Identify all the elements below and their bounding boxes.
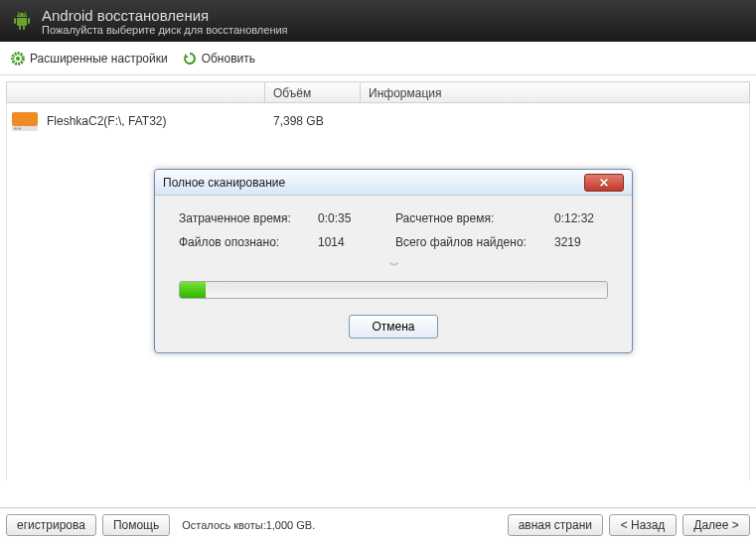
quota-text: Осталось квоты:1,000 GB. (182, 519, 315, 531)
advanced-settings-label: Расширенные настройки (30, 52, 168, 66)
gear-icon (10, 51, 26, 67)
svg-rect-11 (12, 112, 38, 126)
estimated-label: Расчетное время: (395, 211, 554, 225)
app-header: Android восстановления Пожалуйста выбери… (0, 0, 756, 42)
close-button[interactable] (584, 174, 624, 192)
elapsed-label: Затраченное время: (179, 211, 318, 225)
app-subtitle: Пожалуйста выберите диск для восстановле… (42, 24, 288, 36)
svg-rect-0 (17, 18, 27, 26)
advanced-settings-button[interactable]: Расширенные настройки (10, 51, 168, 67)
column-name[interactable] (7, 82, 265, 102)
dialog-titlebar[interactable]: Полное сканирование (155, 170, 632, 196)
estimated-value: 0:12:32 (554, 211, 614, 225)
svg-point-10 (16, 57, 20, 61)
svg-rect-13 (14, 128, 17, 130)
dialog-title: Полное сканирование (163, 176, 584, 190)
column-volume[interactable]: Объём (265, 82, 361, 102)
home-button[interactable]: авная страни (508, 514, 603, 536)
refresh-label: Обновить (202, 52, 255, 66)
svg-rect-2 (28, 18, 30, 24)
refresh-icon (182, 51, 198, 67)
recognized-label: Файлов опознано: (179, 235, 318, 249)
app-title: Android восстановления (42, 7, 288, 24)
drive-icon (11, 110, 39, 132)
close-icon (598, 178, 610, 188)
drive-list-header: Объём Информация (6, 81, 750, 103)
progress-fill (180, 282, 206, 298)
svg-rect-3 (19, 26, 21, 30)
svg-point-8 (23, 14, 24, 15)
cancel-button[interactable]: Отмена (349, 315, 437, 338)
help-button[interactable]: Помощь (102, 514, 170, 536)
back-button[interactable]: < Назад (609, 514, 677, 536)
next-button[interactable]: Далее > (682, 514, 750, 536)
svg-rect-14 (18, 128, 21, 130)
drive-row[interactable]: FleshkaC2(F:\, FAT32) 7,398 GB (7, 103, 749, 139)
footer: егистрирова Помощь Осталось квоты:1,000 … (0, 507, 756, 541)
recognized-value: 1014 (318, 235, 395, 249)
drive-volume: 7,398 GB (265, 114, 361, 128)
drive-name: FleshkaC2(F:\, FAT32) (47, 114, 265, 128)
toolbar: Расширенные настройки Обновить (0, 42, 756, 75)
found-label: Всего файлов найдено: (395, 235, 554, 249)
chevron-down-icon[interactable]: ︾ (179, 259, 608, 273)
elapsed-value: 0:0:35 (318, 211, 395, 225)
scan-dialog: Полное сканирование Затраченное время: 0… (154, 169, 633, 353)
refresh-button[interactable]: Обновить (182, 51, 255, 67)
svg-line-5 (18, 12, 20, 14)
android-icon (10, 9, 34, 33)
found-value: 3219 (554, 235, 614, 249)
column-info[interactable]: Информация (361, 82, 749, 102)
progress-bar (179, 281, 608, 299)
svg-rect-1 (14, 18, 16, 24)
register-button[interactable]: егистрирова (6, 514, 96, 536)
svg-line-6 (25, 12, 27, 14)
svg-point-7 (19, 14, 20, 15)
svg-rect-4 (23, 26, 25, 30)
